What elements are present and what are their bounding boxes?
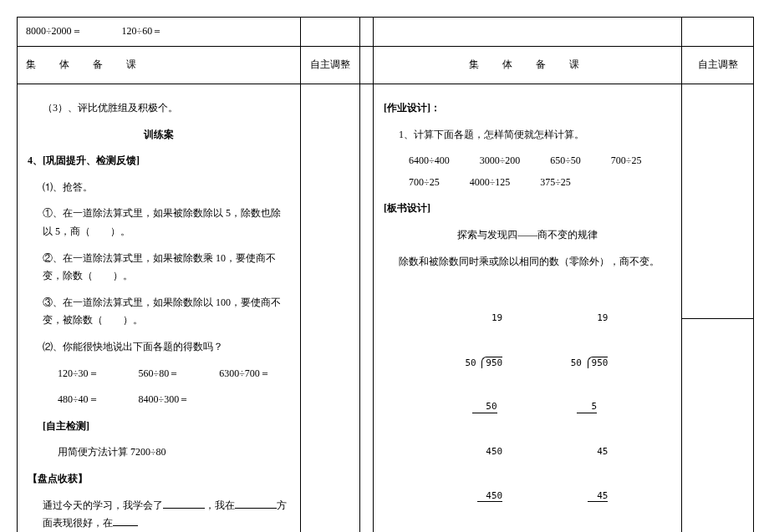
q1-3: ③、在一道除法算式里，如果除数除以 100，要使商不变，被除数（ ）。: [28, 294, 290, 330]
header-adj-left: 自主调整: [301, 47, 359, 84]
ld-l-divisor: 50: [465, 357, 476, 368]
q2-row2: 480÷40＝ 8400÷300＝: [28, 391, 290, 409]
ld-r-divisor: 50: [571, 357, 582, 368]
ld-r-s2: 45: [553, 490, 608, 502]
ld-r-s1: 5: [553, 401, 608, 413]
blank-good[interactable]: [235, 498, 277, 509]
ld-l-s2v: 450: [477, 490, 502, 502]
self-test-label: [自主检测]: [28, 418, 290, 436]
summary-1: 通过今天的学习，我学会了，我在方面表现很好，在: [28, 497, 290, 533]
ld-l-s1v: 50: [472, 401, 497, 413]
ld-l-quotient: 19: [447, 312, 502, 323]
board-rule: 除数和被除数同时乘或除以相同的数（零除外），商不变。: [384, 253, 671, 271]
q2: ⑵、你能很快地说出下面各题的得数吗？: [28, 338, 290, 357]
hw-title: [作业设计]：: [384, 99, 671, 118]
hw-row1: 6400÷400 3000÷200 650÷50 700÷25: [409, 152, 671, 170]
section-4: 4、[巩固提升、检测反馈]: [28, 152, 290, 170]
ld-r-s1v: 5: [577, 401, 597, 413]
summary-1b: ，我在: [205, 499, 235, 511]
ld-r-quotient: 19: [553, 312, 608, 323]
spacer-column: [360, 18, 374, 532]
longdiv-right: 19 50 950 5 45 45 0: [553, 279, 608, 532]
pandian-label: 【盘点收获】: [28, 470, 290, 489]
q1: ⑴、抢答。: [28, 179, 290, 197]
right-adj-reflect[interactable]: [682, 319, 753, 332]
top-empty-l1: [301, 18, 359, 47]
longdiv-left: 19 50 950 50 450 450 0: [447, 279, 502, 532]
self-test-q: 用简便方法计算 7200÷80: [28, 443, 290, 462]
ld-r-r1: 45: [553, 446, 608, 457]
long-division-examples: 19 50 950 50 450 450 0 19 50 950 5 45 45…: [384, 279, 671, 532]
ld-r-dividend: 950: [588, 357, 609, 368]
top-calc-row: 8000÷2000＝ 120÷60＝: [18, 18, 300, 47]
blank-good2[interactable]: [113, 515, 138, 526]
hw-instruction: 1、计算下面各题，怎样简便就怎样计算。: [384, 126, 671, 144]
left-adj-body[interactable]: [301, 84, 359, 98]
left-adjust-column: 自主调整: [301, 18, 360, 532]
right-adj-hw[interactable]: [682, 84, 753, 319]
hw-row2: 700÷25 4000÷125 375÷25: [409, 174, 671, 192]
top-empty-r2: [682, 18, 753, 47]
training-title: 训练案: [28, 126, 290, 144]
right-main-column: 集 体 备 课 [作业设计]： 1、计算下面各题，怎样简便就怎样计算。 6400…: [374, 18, 682, 532]
ld-l-s1: 50: [447, 401, 502, 413]
homework-block: [作业设计]： 1、计算下面各题，怎样简便就怎样计算。 6400÷400 300…: [374, 84, 681, 532]
lesson-plan-page: 8000÷2000＝ 120÷60＝ 集 体 备 课 （3）、评比优胜组及积极个…: [17, 17, 754, 532]
header-right: 集 体 备 课: [374, 47, 681, 84]
board-title: [板书设计]: [384, 200, 671, 218]
header-adj-right: 自主调整: [682, 47, 753, 84]
summary-1a: 通过今天的学习，我学会了: [43, 499, 163, 511]
ld-r-s2v: 45: [588, 490, 608, 502]
eval-line: （3）、评比优胜组及积极个。: [28, 99, 290, 118]
header-left: 集 体 备 课: [18, 47, 300, 84]
left-main-column: 8000÷2000＝ 120÷60＝ 集 体 备 课 （3）、评比优胜组及积极个…: [18, 18, 301, 532]
q1-2: ②、在一道除法算式里，如果被除数乘 10，要使商不变，除数（ ）。: [28, 250, 290, 286]
header-spacer: [360, 47, 373, 84]
right-adjust-column: 自主调整: [682, 18, 753, 532]
board-heading: 探索与发现四——商不变的规律: [384, 226, 671, 245]
ld-l-dividend: 950: [481, 357, 502, 368]
left-body: （3）、评比优胜组及积极个。 训练案 4、[巩固提升、检测反馈] ⑴、抢答。 ①…: [18, 84, 300, 532]
ld-r-top: 50 950: [553, 357, 608, 368]
q2-row1: 120÷30＝ 560÷80＝ 6300÷700＝: [28, 365, 290, 383]
q1-1: ①、在一道除法算式里，如果被除数除以 5，除数也除以 5，商（ ）。: [28, 205, 290, 241]
ld-l-r1: 450: [447, 446, 502, 457]
ld-l-top: 50 950: [447, 357, 502, 368]
ld-l-s2: 450: [447, 490, 502, 502]
top-empty-r: [374, 18, 681, 47]
blank-learned[interactable]: [163, 498, 205, 509]
